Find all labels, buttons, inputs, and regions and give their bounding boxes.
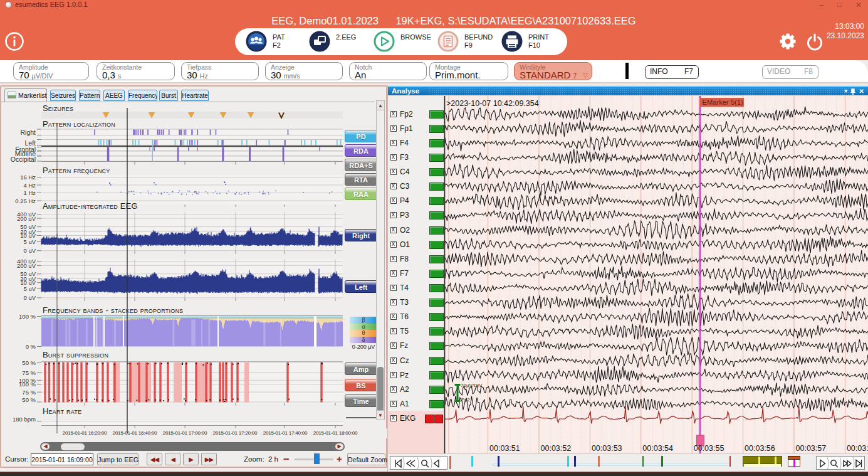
svg-text:00:03:52: 00:03:52 bbox=[541, 444, 572, 453]
svg-text:00:03:53: 00:03:53 bbox=[592, 444, 622, 453]
svg-text:00:03:51: 00:03:51 bbox=[489, 444, 520, 453]
svg-text:70µV/DIV: 70µV/DIV bbox=[461, 383, 483, 388]
svg-text:00:03:54: 00:03:54 bbox=[642, 444, 673, 453]
svg-text:Fp2: Fp2 bbox=[461, 397, 470, 403]
svg-text:00:03:55: 00:03:55 bbox=[694, 444, 724, 453]
svg-text:>2023-10-07 10:42:09.354: >2023-10-07 10:42:09.354 bbox=[446, 99, 539, 108]
svg-text:00:03:58: 00:03:58 bbox=[847, 444, 868, 453]
svg-text:00:03:56: 00:03:56 bbox=[745, 444, 775, 453]
svg-text:00:03:57: 00:03:57 bbox=[796, 444, 827, 453]
svg-text:EMarker 5(1): EMarker 5(1) bbox=[703, 98, 744, 106]
